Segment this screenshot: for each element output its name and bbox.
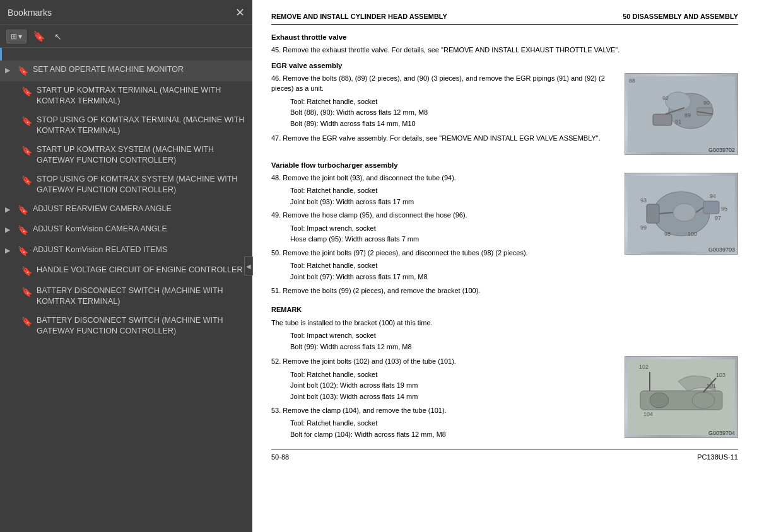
document-panel: REMOVE AND INSTALL CYLINDER HEAD ASSEMBL…	[252, 0, 757, 532]
item-52-tool: Tool: Ratchet handle, socket	[290, 369, 614, 381]
bookmark-item[interactable]: 🔖 START UP KOMTRAX TERMINAL (MACHINE WIT…	[0, 81, 252, 111]
bookmark-flag-icon: 🔖	[18, 245, 29, 258]
svg-text:99: 99	[640, 224, 647, 231]
bookmark-text: ADJUST KomVision RELATED ITEMS	[33, 245, 246, 256]
item-53-bolt: Bolt for clamp (104): Width across flats…	[290, 429, 614, 441]
svg-text:98: 98	[664, 231, 671, 237]
bookmark-icon-button[interactable]: 🔖	[30, 29, 48, 43]
document-header-right: 50 DISASSEMBLY AND ASSEMBLY	[623, 13, 738, 20]
bookmark-flag-icon: 🔖	[21, 265, 33, 278]
bookmark-item[interactable]: 🔖 HANDLE VOLTAGE CIRCUIT OF ENGINE CONTR…	[0, 261, 252, 282]
section-exhaust-title: Exhaust throttle valve	[271, 33, 738, 41]
bookmark-text: ADJUST KomVision CAMERA ANGLE	[33, 224, 246, 235]
bookmark-text: SET AND OPERATE MACHINE MONITOR	[33, 64, 246, 76]
turbo-text-block: 48. Remove the joint bolt (93), and disc…	[271, 173, 614, 299]
item-52-joint103: Joint bolt (103): Width across flats 14 …	[290, 391, 614, 403]
svg-text:94: 94	[710, 193, 716, 199]
egr-text-block: 46. Remove the bolts (88), (89) (2 piece…	[271, 73, 614, 155]
bookmark-text: HANDLE VOLTAGE CIRCUIT OF ENGINE CONTROL…	[37, 265, 246, 276]
remark-tool: Tool: Impact wrench, socket	[290, 330, 738, 342]
bookmark-flag-icon: 🔖	[21, 286, 33, 299]
remark-box: REMARK The tube is installed to the brac…	[271, 304, 738, 352]
expand-arrow-icon: ▶	[5, 225, 15, 234]
dropdown-arrow-icon: ▾	[18, 32, 22, 41]
svg-rect-15	[703, 201, 719, 214]
egr-image-label: G0039702	[708, 147, 735, 153]
svg-point-28	[650, 393, 669, 408]
item-46-bolt89: Bolt (89): Width across flats 14 mm, M10	[290, 119, 614, 130]
egr-assembly-image: 88 90 92 91 89 G0039702	[625, 73, 738, 155]
svg-rect-14	[647, 204, 659, 223]
bookmark-item[interactable]: 🔖 START UP KOMTRAX SYSTEM (MACHINE WITH …	[0, 141, 252, 170]
item-46-text: 46. Remove the bolts (88), (89) (2 piece…	[271, 73, 614, 94]
panel-collapse-button[interactable]: ◀	[244, 257, 253, 275]
egr-image-placeholder: 88 90 92 91 89	[625, 74, 737, 154]
bookmarks-toolbar: ⊞ ▾ 🔖 ↖	[0, 25, 252, 48]
document-header: REMOVE AND INSTALL CYLINDER HEAD ASSEMBL…	[271, 13, 738, 25]
tube-image-placeholder: 103 101 102 104	[625, 357, 737, 437]
bookmark-item[interactable]: ▶ 🔖 SET AND OPERATE MACHINE MONITOR	[0, 61, 252, 81]
bookmarks-close-button[interactable]: ✕	[235, 7, 245, 18]
bookmark-item[interactable]: 🔖 STOP USING OF KOMTRAX SYSTEM (MACHINE …	[0, 170, 252, 200]
item-48-text: 48. Remove the joint bolt (93), and disc…	[271, 173, 614, 183]
tube-assembly-image: 103 101 102 104 G0039704	[625, 356, 738, 438]
bookmark-item[interactable]: ▶ 🔖 ADJUST REARVIEW CAMERA ANGLE	[0, 200, 252, 221]
page-number: 50-88	[271, 453, 289, 461]
svg-text:93: 93	[640, 197, 647, 204]
grid-icon: ⊞	[11, 32, 17, 41]
bookmark-item[interactable]: 🔖 STOP USING OF KOMTRAX TERMINAL (MACHIN…	[0, 111, 252, 141]
item-53-tool: Tool: Ratchet handle, socket	[290, 418, 614, 429]
bookmark-text: BATTERY DISCONNECT SWITCH (MACHINE WITH …	[37, 286, 246, 308]
item-49-tool: Tool: Impact wrench, socket	[290, 223, 614, 234]
bookmark-item[interactable]: ▶ 🔖 ADJUST KomVision CAMERA ANGLE	[0, 220, 252, 241]
bookmark-text: BATTERY DISCONNECT SWITCH (MACHINE WITH …	[37, 315, 246, 337]
item-53-text: 53. Remove the clamp (104), and remove t…	[271, 405, 614, 416]
item-52-text: 52. Remove the joint bolts (102) and (10…	[271, 356, 614, 367]
item-49-hose: Hose clamp (95): Width across flats 7 mm	[290, 234, 614, 245]
turbo-content-row: 48. Remove the joint bolt (93), and disc…	[271, 173, 738, 299]
cursor-indicator: ↖	[54, 32, 62, 42]
item-50-text: 50. Remove the joint bolts (97) (2 piece…	[271, 248, 614, 258]
bookmark-flag-icon: 🔖	[21, 175, 33, 187]
expand-arrow-icon: ▶	[5, 66, 15, 75]
svg-text:92: 92	[662, 95, 669, 101]
svg-text:90: 90	[703, 100, 710, 106]
item-46-tool: Tool: Ratchet handle, socket	[290, 96, 614, 108]
item-48-tool: Tool: Ratchet handle, socket	[290, 185, 614, 197]
bookmark-flag-icon: 🔖	[21, 316, 33, 328]
svg-point-2	[666, 92, 691, 111]
item-51-text: 51. Remove the bolts (99) (2 pieces), an…	[271, 286, 614, 296]
bookmark-text: START UP KOMTRAX TERMINAL (MACHINE WITH …	[37, 85, 246, 107]
item-45-text: 45. Remove the exhaust throttle valve. F…	[271, 45, 738, 55]
grid-view-button[interactable]: ⊞ ▾	[6, 30, 26, 43]
svg-text:89: 89	[684, 112, 691, 119]
remark-title: REMARK	[271, 304, 738, 315]
egr-content-row: 46. Remove the bolts (88), (89) (2 piece…	[271, 73, 738, 155]
document-header-left: REMOVE AND INSTALL CYLINDER HEAD ASSEMBL…	[271, 13, 447, 20]
bookmark-item[interactable]: 🔖 BATTERY DISCONNECT SWITCH (MACHINE WIT…	[0, 282, 252, 311]
bookmarks-title: Bookmarks	[8, 8, 52, 18]
svg-text:102: 102	[639, 364, 648, 370]
item-50-tool: Tool: Ratchet handle, socket	[290, 260, 614, 272]
section-turbo-title: Variable flow turbocharger assembly	[271, 161, 738, 169]
item-47-text: 47. Remove the EGR valve assembly. For d…	[271, 133, 614, 144]
expand-arrow-icon: ▶	[5, 246, 15, 255]
bookmark-flag-icon: 🔖	[21, 115, 33, 128]
bookmark-item[interactable]: ▶ 🔖 ADJUST KomVision RELATED ITEMS	[0, 241, 252, 262]
svg-text:104: 104	[643, 411, 653, 417]
bookmark-text: ADJUST REARVIEW CAMERA ANGLE	[33, 204, 246, 215]
bookmark-flag-icon: 🔖	[18, 65, 29, 78]
bookmark-flag-icon: 🔖	[21, 86, 33, 98]
svg-text:88: 88	[629, 78, 635, 84]
bookmark-text: START UP KOMTRAX SYSTEM (MACHINE WITH GA…	[37, 144, 246, 166]
svg-text:91: 91	[675, 119, 681, 125]
item-48-joint: Joint bolt (93): Width across flats 17 m…	[290, 197, 614, 208]
bookmarks-header: Bookmarks ✕	[0, 0, 252, 25]
bookmark-item[interactable]: 🔖 BATTERY DISCONNECT SWITCH (MACHINE WIT…	[0, 311, 252, 341]
item-50-joint: Joint bolt (97): Width across flats 17 m…	[290, 272, 614, 283]
turbo-image-placeholder: 94 95 97 93 99 100 98	[625, 173, 737, 254]
svg-text:101: 101	[707, 383, 716, 389]
tube-image-label: G0039704	[708, 430, 735, 436]
bookmark-flag-icon: 🔖	[18, 224, 29, 237]
item-46-bolt88: Bolt (88), (90): Width across flats 12 m…	[290, 107, 614, 119]
